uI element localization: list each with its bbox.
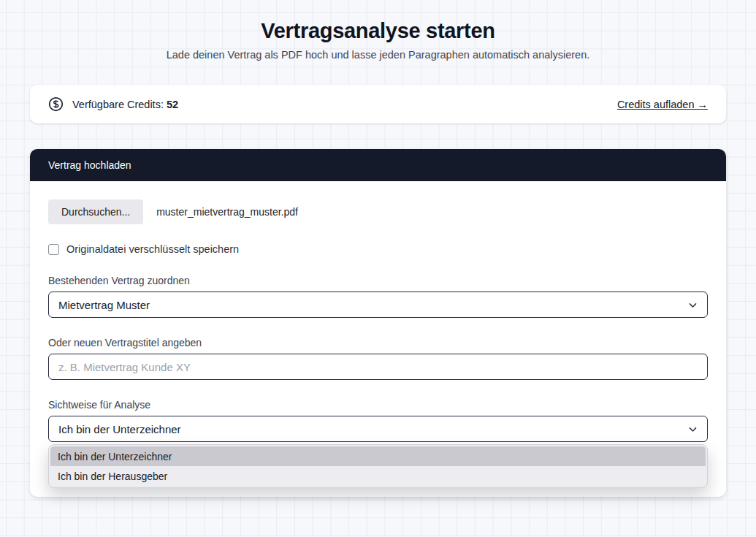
perspective-select[interactable]: Ich bin der Unterzeichner <box>48 416 708 442</box>
existing-contract-selected-value: Mietvertrag Muster <box>58 299 150 311</box>
browse-button[interactable]: Durchsuchen... <box>48 199 143 224</box>
credits-label: Verfügbare Credits: <box>72 99 164 110</box>
credits-text: Verfügbare Credits: 52 <box>72 99 178 110</box>
credits-info: Verfügbare Credits: 52 <box>48 96 178 112</box>
new-title-input[interactable] <box>48 354 708 380</box>
page-subtitle: Lade deinen Vertrag als PDF hoch und las… <box>0 49 756 61</box>
chevron-down-icon <box>688 300 698 310</box>
page-header: Vertragsanalyse starten Lade deinen Vert… <box>0 0 756 61</box>
encrypt-checkbox[interactable] <box>48 244 59 255</box>
new-title-label: Oder neuen Vertragstitel angeben <box>48 337 708 349</box>
credits-bar: Verfügbare Credits: 52 Credits aufladen … <box>30 85 726 123</box>
upload-card-header: Vertrag hochladen <box>30 149 726 181</box>
selected-filename: muster_mietvertrag_muster.pdf <box>156 206 298 218</box>
credits-value: 52 <box>167 99 178 110</box>
dropdown-option-unterzeichner[interactable]: Ich bin der Unterzeichner <box>50 446 706 466</box>
existing-contract-label: Bestehenden Vertrag zuordnen <box>48 275 708 286</box>
perspective-group: Sichtweise für Analyse Ich bin der Unter… <box>48 399 708 442</box>
upload-card: Vertrag hochladen Durchsuchen... muster_… <box>30 149 726 497</box>
encrypt-checkbox-label: Originaldatei verschlüsselt speichern <box>66 243 239 255</box>
upload-card-body: Durchsuchen... muster_mietvertrag_muster… <box>30 181 726 497</box>
chevron-down-icon <box>688 424 698 434</box>
perspective-selected-value: Ich bin der Unterzeichner <box>58 423 181 435</box>
existing-contract-group: Bestehenden Vertrag zuordnen Mietvertrag… <box>48 275 708 318</box>
file-input-row: Durchsuchen... muster_mietvertrag_muster… <box>48 199 708 224</box>
credits-topup-link[interactable]: Credits aufladen → <box>617 99 708 110</box>
dollar-circle-icon <box>48 96 64 112</box>
perspective-dropdown: Ich bin der Unterzeichner Ich bin der He… <box>48 444 708 488</box>
perspective-label: Sichtweise für Analyse <box>48 399 708 411</box>
dropdown-option-herausgeber[interactable]: Ich bin der Herausgeber <box>50 466 706 486</box>
page-title: Vertragsanalyse starten <box>0 19 756 43</box>
new-title-group: Oder neuen Vertragstitel angeben <box>48 337 708 380</box>
existing-contract-select[interactable]: Mietvertrag Muster <box>48 292 708 318</box>
encrypt-checkbox-row: Originaldatei verschlüsselt speichern <box>48 243 708 255</box>
